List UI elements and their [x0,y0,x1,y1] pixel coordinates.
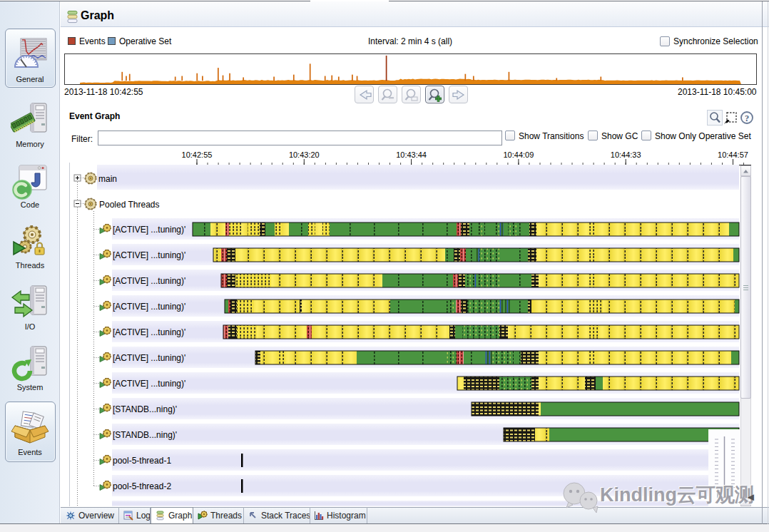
svg-text:[ACTIVE] ...tuning)': [ACTIVE] ...tuning)' [113,225,185,235]
svg-text:[ACTIVE] ...tuning)': [ACTIVE] ...tuning)' [113,250,185,260]
svg-text:10:43:20: 10:43:20 [289,150,320,159]
svg-text:10:44:09: 10:44:09 [503,150,534,159]
svg-text:[STANDB...ning)': [STANDB...ning)' [113,430,177,440]
svg-text:10:44:57: 10:44:57 [718,150,748,159]
svg-text:[ACTIVE] ...tuning)': [ACTIVE] ...tuning)' [113,379,185,389]
svg-text:[STANDB...ning)': [STANDB...ning)' [113,404,177,414]
svg-text:[ACTIVE] ...tuning)': [ACTIVE] ...tuning)' [113,327,185,337]
svg-text:10:44:33: 10:44:33 [611,150,641,159]
svg-text:[ACTIVE] ...tuning)': [ACTIVE] ...tuning)' [113,353,185,363]
svg-text:[ACTIVE] ...tuning)': [ACTIVE] ...tuning)' [113,302,185,312]
svg-text:10:42:55: 10:42:55 [182,150,213,159]
svg-text:Pooled Threads: Pooled Threads [99,200,160,210]
svg-text:[ACTIVE] ...tuning)': [ACTIVE] ...tuning)' [113,276,185,286]
svg-text:pool-5-thread-2: pool-5-thread-2 [113,481,171,491]
svg-text:?: ? [745,113,749,123]
svg-text:main: main [98,174,117,184]
svg-text:pool-5-thread-1: pool-5-thread-1 [113,456,171,466]
svg-text:10:43:44: 10:43:44 [396,150,427,159]
